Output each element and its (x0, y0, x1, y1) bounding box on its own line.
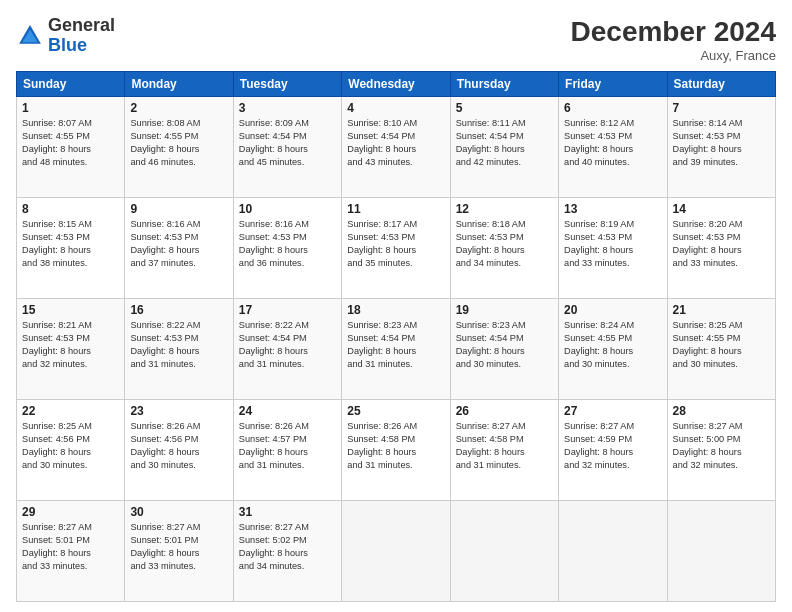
calendar-cell: 2Sunrise: 8:08 AMSunset: 4:55 PMDaylight… (125, 97, 233, 198)
day-number: 8 (22, 202, 119, 216)
cell-content: Sunrise: 8:08 AMSunset: 4:55 PMDaylight:… (130, 117, 227, 169)
col-friday: Friday (559, 72, 667, 97)
calendar-cell: 22Sunrise: 8:25 AMSunset: 4:56 PMDayligh… (17, 400, 125, 501)
location: Auxy, France (571, 48, 776, 63)
day-number: 18 (347, 303, 444, 317)
calendar-cell: 25Sunrise: 8:26 AMSunset: 4:58 PMDayligh… (342, 400, 450, 501)
day-number: 3 (239, 101, 336, 115)
calendar-cell: 4Sunrise: 8:10 AMSunset: 4:54 PMDaylight… (342, 97, 450, 198)
header: General Blue December 2024 Auxy, France (16, 16, 776, 63)
day-number: 12 (456, 202, 553, 216)
day-number: 1 (22, 101, 119, 115)
cell-content: Sunrise: 8:09 AMSunset: 4:54 PMDaylight:… (239, 117, 336, 169)
cell-content: Sunrise: 8:27 AMSunset: 5:01 PMDaylight:… (22, 521, 119, 573)
cell-content: Sunrise: 8:27 AMSunset: 5:01 PMDaylight:… (130, 521, 227, 573)
cell-content: Sunrise: 8:19 AMSunset: 4:53 PMDaylight:… (564, 218, 661, 270)
day-number: 7 (673, 101, 770, 115)
calendar-cell: 16Sunrise: 8:22 AMSunset: 4:53 PMDayligh… (125, 299, 233, 400)
day-number: 6 (564, 101, 661, 115)
day-number: 14 (673, 202, 770, 216)
calendar-cell: 1Sunrise: 8:07 AMSunset: 4:55 PMDaylight… (17, 97, 125, 198)
day-number: 29 (22, 505, 119, 519)
cell-content: Sunrise: 8:26 AMSunset: 4:57 PMDaylight:… (239, 420, 336, 472)
calendar-cell: 19Sunrise: 8:23 AMSunset: 4:54 PMDayligh… (450, 299, 558, 400)
day-number: 22 (22, 404, 119, 418)
cell-content: Sunrise: 8:27 AMSunset: 4:58 PMDaylight:… (456, 420, 553, 472)
logo-text: General Blue (48, 16, 115, 56)
calendar-cell: 18Sunrise: 8:23 AMSunset: 4:54 PMDayligh… (342, 299, 450, 400)
calendar-cell: 3Sunrise: 8:09 AMSunset: 4:54 PMDaylight… (233, 97, 341, 198)
day-number: 10 (239, 202, 336, 216)
calendar-cell: 9Sunrise: 8:16 AMSunset: 4:53 PMDaylight… (125, 198, 233, 299)
calendar-cell: 26Sunrise: 8:27 AMSunset: 4:58 PMDayligh… (450, 400, 558, 501)
day-number: 30 (130, 505, 227, 519)
cell-content: Sunrise: 8:07 AMSunset: 4:55 PMDaylight:… (22, 117, 119, 169)
day-number: 28 (673, 404, 770, 418)
cell-content: Sunrise: 8:22 AMSunset: 4:54 PMDaylight:… (239, 319, 336, 371)
calendar-cell: 28Sunrise: 8:27 AMSunset: 5:00 PMDayligh… (667, 400, 775, 501)
cell-content: Sunrise: 8:26 AMSunset: 4:56 PMDaylight:… (130, 420, 227, 472)
day-number: 17 (239, 303, 336, 317)
day-number: 26 (456, 404, 553, 418)
logo: General Blue (16, 16, 115, 56)
calendar-cell: 27Sunrise: 8:27 AMSunset: 4:59 PMDayligh… (559, 400, 667, 501)
day-number: 27 (564, 404, 661, 418)
calendar-cell: 15Sunrise: 8:21 AMSunset: 4:53 PMDayligh… (17, 299, 125, 400)
cell-content: Sunrise: 8:11 AMSunset: 4:54 PMDaylight:… (456, 117, 553, 169)
col-saturday: Saturday (667, 72, 775, 97)
calendar-week-4: 22Sunrise: 8:25 AMSunset: 4:56 PMDayligh… (17, 400, 776, 501)
calendar-cell: 29Sunrise: 8:27 AMSunset: 5:01 PMDayligh… (17, 501, 125, 602)
calendar-cell: 5Sunrise: 8:11 AMSunset: 4:54 PMDaylight… (450, 97, 558, 198)
calendar-cell: 31Sunrise: 8:27 AMSunset: 5:02 PMDayligh… (233, 501, 341, 602)
day-number: 5 (456, 101, 553, 115)
logo-blue: Blue (48, 35, 87, 55)
cell-content: Sunrise: 8:27 AMSunset: 5:02 PMDaylight:… (239, 521, 336, 573)
calendar-cell (450, 501, 558, 602)
cell-content: Sunrise: 8:12 AMSunset: 4:53 PMDaylight:… (564, 117, 661, 169)
cell-content: Sunrise: 8:25 AMSunset: 4:55 PMDaylight:… (673, 319, 770, 371)
cell-content: Sunrise: 8:18 AMSunset: 4:53 PMDaylight:… (456, 218, 553, 270)
day-number: 19 (456, 303, 553, 317)
calendar-week-2: 8Sunrise: 8:15 AMSunset: 4:53 PMDaylight… (17, 198, 776, 299)
cell-content: Sunrise: 8:24 AMSunset: 4:55 PMDaylight:… (564, 319, 661, 371)
calendar-cell: 8Sunrise: 8:15 AMSunset: 4:53 PMDaylight… (17, 198, 125, 299)
day-number: 2 (130, 101, 227, 115)
cell-content: Sunrise: 8:10 AMSunset: 4:54 PMDaylight:… (347, 117, 444, 169)
day-number: 21 (673, 303, 770, 317)
calendar-cell (559, 501, 667, 602)
cell-content: Sunrise: 8:26 AMSunset: 4:58 PMDaylight:… (347, 420, 444, 472)
calendar-cell: 24Sunrise: 8:26 AMSunset: 4:57 PMDayligh… (233, 400, 341, 501)
calendar-week-3: 15Sunrise: 8:21 AMSunset: 4:53 PMDayligh… (17, 299, 776, 400)
calendar-cell: 20Sunrise: 8:24 AMSunset: 4:55 PMDayligh… (559, 299, 667, 400)
calendar-cell: 11Sunrise: 8:17 AMSunset: 4:53 PMDayligh… (342, 198, 450, 299)
day-number: 9 (130, 202, 227, 216)
day-number: 31 (239, 505, 336, 519)
calendar-cell: 6Sunrise: 8:12 AMSunset: 4:53 PMDaylight… (559, 97, 667, 198)
col-sunday: Sunday (17, 72, 125, 97)
calendar-cell: 10Sunrise: 8:16 AMSunset: 4:53 PMDayligh… (233, 198, 341, 299)
calendar-cell: 12Sunrise: 8:18 AMSunset: 4:53 PMDayligh… (450, 198, 558, 299)
cell-content: Sunrise: 8:23 AMSunset: 4:54 PMDaylight:… (456, 319, 553, 371)
calendar-cell: 14Sunrise: 8:20 AMSunset: 4:53 PMDayligh… (667, 198, 775, 299)
calendar-cell (667, 501, 775, 602)
col-wednesday: Wednesday (342, 72, 450, 97)
calendar-week-5: 29Sunrise: 8:27 AMSunset: 5:01 PMDayligh… (17, 501, 776, 602)
cell-content: Sunrise: 8:21 AMSunset: 4:53 PMDaylight:… (22, 319, 119, 371)
calendar-cell: 30Sunrise: 8:27 AMSunset: 5:01 PMDayligh… (125, 501, 233, 602)
calendar-cell: 7Sunrise: 8:14 AMSunset: 4:53 PMDaylight… (667, 97, 775, 198)
day-number: 11 (347, 202, 444, 216)
day-number: 13 (564, 202, 661, 216)
cell-content: Sunrise: 8:27 AMSunset: 5:00 PMDaylight:… (673, 420, 770, 472)
cell-content: Sunrise: 8:17 AMSunset: 4:53 PMDaylight:… (347, 218, 444, 270)
cell-content: Sunrise: 8:16 AMSunset: 4:53 PMDaylight:… (239, 218, 336, 270)
cell-content: Sunrise: 8:20 AMSunset: 4:53 PMDaylight:… (673, 218, 770, 270)
day-number: 15 (22, 303, 119, 317)
logo-general: General (48, 15, 115, 35)
cell-content: Sunrise: 8:14 AMSunset: 4:53 PMDaylight:… (673, 117, 770, 169)
day-number: 23 (130, 404, 227, 418)
day-number: 16 (130, 303, 227, 317)
cell-content: Sunrise: 8:22 AMSunset: 4:53 PMDaylight:… (130, 319, 227, 371)
day-number: 24 (239, 404, 336, 418)
col-thursday: Thursday (450, 72, 558, 97)
calendar-cell: 21Sunrise: 8:25 AMSunset: 4:55 PMDayligh… (667, 299, 775, 400)
